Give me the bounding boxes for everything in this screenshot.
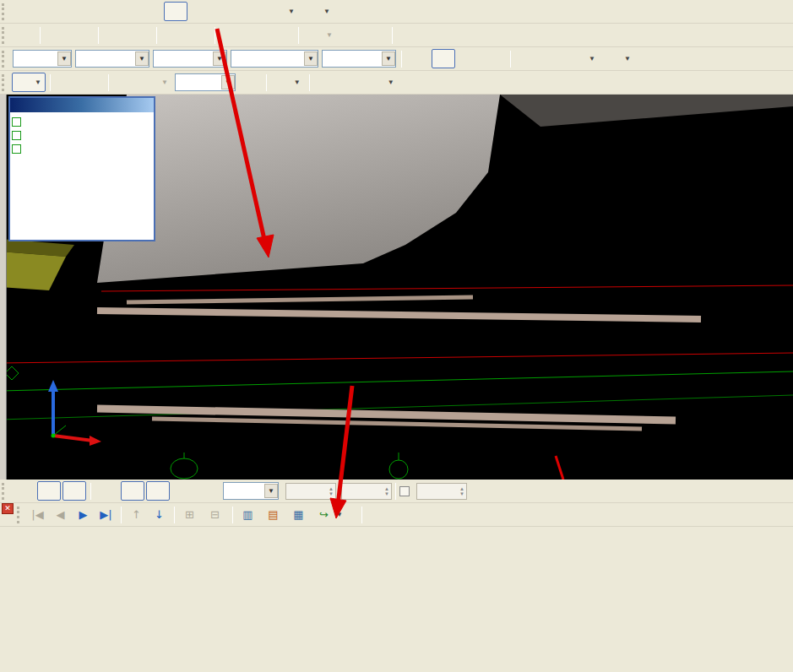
toolbar-edit: ▼ — [0, 24, 793, 47]
trim-button — [187, 25, 210, 45]
chevron-down-icon: ▼ — [264, 484, 278, 498]
extend-button — [161, 25, 185, 45]
grid-diamond-a1 — [5, 366, 19, 380]
chevron-down-icon: ▼ — [213, 51, 226, 66]
intersection-snap-button[interactable] — [95, 481, 119, 501]
vertex-snap-button[interactable] — [171, 481, 195, 501]
next-record-button[interactable]: ▶ — [73, 505, 94, 524]
panel-checkbox-show-other-elements[interactable] — [12, 128, 152, 142]
lock-button[interactable] — [189, 2, 213, 21]
stretch-button — [364, 25, 388, 45]
insert-row-button: ⊞ — [179, 505, 203, 524]
panel-title[interactable] — [10, 98, 154, 112]
move-row-down-button[interactable]: ↓ — [149, 505, 170, 524]
rotate-button — [128, 25, 152, 45]
midpoint-snap-button[interactable] — [146, 481, 170, 501]
find-element-button[interactable] — [88, 2, 111, 21]
x-coordinate-input[interactable]: ▲▼ — [285, 483, 336, 500]
pick-component-button[interactable] — [482, 49, 506, 68]
first-record-button: |◀ — [27, 505, 48, 524]
split-button — [270, 25, 294, 45]
rebar-info-icon: ▤ — [267, 508, 280, 521]
move-row-up-button: ↑ — [126, 505, 147, 524]
panel-checkbox-show-detail-formula[interactable] — [12, 142, 152, 155]
batch-select-button — [139, 2, 162, 21]
summary-calc-button[interactable] — [37, 2, 61, 21]
parallel-axis-button[interactable] — [540, 49, 564, 68]
toolbar-grip[interactable] — [2, 74, 8, 91]
rebar-gallery-button[interactable]: ▦ — [288, 505, 312, 524]
toolbar-grip[interactable] — [17, 507, 24, 523]
view-mode-select[interactable]: ▼ — [322, 50, 396, 68]
toolbar-grip[interactable] — [2, 51, 8, 68]
adjust-rebar-direction-button — [314, 73, 338, 92]
smart-layout-dropdown[interactable]: ▼ — [271, 73, 305, 92]
three-point-aux-axis-dropdown[interactable]: ▼ — [601, 49, 635, 68]
line-tool-button — [113, 73, 137, 92]
two-point-axis-button[interactable] — [515, 49, 539, 68]
apply-to-same-cap-button[interactable] — [400, 73, 424, 92]
gray-surface-right — [500, 95, 793, 127]
chevron-down-icon: ▼ — [288, 8, 295, 15]
move-button — [103, 25, 127, 45]
view-3d-dropdown[interactable]: ▼ — [265, 2, 299, 21]
y-coordinate-input[interactable]: ▲▼ — [341, 483, 392, 500]
rebar-gallery-icon: ▦ — [292, 508, 305, 521]
perpendicular-snap-button[interactable] — [121, 481, 144, 501]
checkbox-checked-icon — [12, 144, 21, 154]
set-grip-button — [397, 25, 421, 45]
delete-button — [12, 25, 35, 45]
toolbar-grip[interactable] — [2, 27, 8, 44]
toolbar-grip[interactable] — [2, 483, 8, 500]
rebar-table-toolbar: ✕ |◀ ◀ ▶ ▶| ↑ ↓ ⊞ ⊟ ▥ ▤ ▦ ↪▼ — [0, 503, 793, 527]
category-select[interactable]: ▼ — [75, 50, 149, 68]
select-tool-dropdown[interactable]: ▼ — [12, 73, 46, 92]
close-table-button[interactable] — [349, 505, 357, 524]
three-point-arc-dropdown: ▼ — [139, 73, 172, 92]
dynamic-observe-button[interactable] — [336, 2, 360, 21]
rotate-checkbox[interactable] — [399, 486, 410, 496]
toolbar-main: ▼ ▼ — [0, 0, 793, 24]
other-icon: ↪ — [318, 508, 330, 521]
chevron-down-icon: ▼ — [304, 51, 318, 66]
batch-delete-unused-button[interactable] — [240, 2, 263, 21]
last-record-button[interactable]: ▶| — [95, 505, 117, 524]
panel-checkbox-pile-link-rebar[interactable] — [12, 115, 152, 128]
point-tool-button[interactable] — [55, 73, 79, 92]
properties-button[interactable] — [406, 49, 430, 68]
delete-row-button: ⊟ — [204, 505, 228, 524]
toolbar-grip[interactable] — [2, 3, 8, 20]
check-annotation-dropdown[interactable]: ▼ — [365, 73, 399, 92]
ortho-button[interactable] — [12, 481, 35, 501]
align-dropdown: ▼ — [303, 25, 337, 45]
viewport-3d[interactable] — [0, 95, 793, 480]
close-table-icon[interactable]: ✕ — [2, 503, 14, 514]
offset-mode-select[interactable]: ▼ — [223, 482, 279, 500]
snap-toolbar: ▼ ▲▼ ▲▼ ▲▼ — [0, 480, 793, 503]
delete-aux-axis-button[interactable] — [637, 49, 660, 68]
ucs-gizmo — [48, 380, 101, 446]
component-list-button[interactable] — [457, 49, 481, 68]
point-angle-dropdown[interactable]: ▼ — [566, 49, 600, 68]
top-view-dropdown[interactable]: ▼ — [301, 2, 334, 21]
rotate-angle-input[interactable]: ▲▼ — [416, 483, 467, 500]
floor-select[interactable]: ▼ — [13, 50, 72, 68]
component-select[interactable]: ▼ — [231, 50, 318, 68]
unlock-button[interactable] — [215, 2, 238, 21]
view-rebar-quantity-button[interactable] — [113, 2, 137, 21]
rebar-display-control-panel — [8, 96, 155, 241]
dynamic-input-button[interactable] — [62, 481, 86, 501]
coordinate-snap-button[interactable] — [197, 481, 220, 501]
scale-rebar-button[interactable]: ▥ — [237, 505, 261, 524]
edit-rebar-button[interactable] — [432, 49, 455, 68]
rebar-info-button[interactable]: ▤ — [263, 505, 286, 524]
chevron-down-icon: ▼ — [135, 51, 149, 66]
arc-mode-select: ▼ — [175, 73, 236, 91]
rebar-3d-button[interactable] — [164, 2, 187, 21]
other-dropdown[interactable]: ↪▼ — [313, 505, 347, 524]
table-header-row — [0, 527, 793, 549]
rotate-point-button[interactable] — [80, 73, 104, 92]
object-snap-button[interactable] — [37, 481, 61, 501]
define-button[interactable] — [12, 2, 35, 21]
element-type-select[interactable]: ▼ — [153, 50, 227, 68]
